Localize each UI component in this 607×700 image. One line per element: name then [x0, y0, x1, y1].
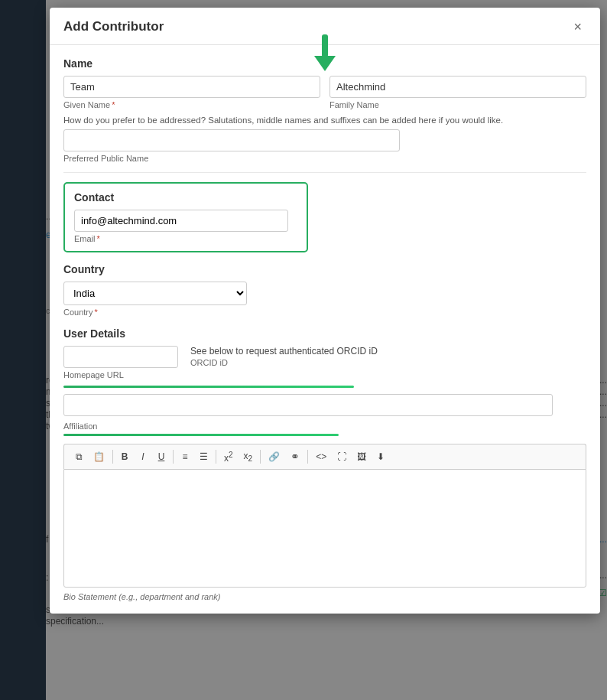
preferred-name-group: Preferred Public Name: [63, 129, 586, 163]
toolbar-divider-5: [307, 450, 308, 464]
given-name-required: *: [112, 100, 115, 109]
family-name-group: Family Name: [329, 76, 586, 109]
unordered-list-button[interactable]: ≡: [177, 448, 193, 465]
superscript-icon: x2: [224, 451, 233, 464]
bio-editor-section: ⧉ 📋 B I U ≡ ☰: [63, 444, 586, 601]
arrow-indicator: [314, 34, 336, 73]
paste-icon: 📋: [93, 451, 105, 462]
underline-button[interactable]: U: [153, 448, 170, 465]
given-name-input[interactable]: [63, 76, 320, 98]
homepage-label: Homepage URL: [63, 370, 178, 379]
orcid-id-label: ORCID iD: [190, 358, 378, 367]
fullscreen-icon: ⛶: [337, 451, 346, 462]
toolbar-divider-2: [173, 450, 174, 464]
image-icon: 🖼: [357, 451, 366, 462]
name-row: Given Name* Family Name: [63, 76, 586, 109]
bold-icon: B: [122, 451, 128, 462]
modal-header: Add Contributor ×: [50, 8, 600, 45]
country-select[interactable]: India United States United Kingdom Germa…: [63, 282, 247, 305]
user-details-label: User Details: [63, 327, 586, 340]
divider-1: [63, 172, 586, 173]
preferred-name-label: Preferred Public Name: [63, 154, 586, 163]
email-required: *: [97, 234, 100, 243]
bio-textarea[interactable]: [63, 469, 586, 588]
subscript-button[interactable]: x2: [239, 448, 258, 465]
editor-toolbar: ⧉ 📋 B I U ≡ ☰: [63, 444, 586, 469]
family-name-input[interactable]: [329, 76, 586, 98]
bold-button[interactable]: B: [116, 448, 133, 465]
affiliation-input[interactable]: [63, 394, 553, 416]
country-label: Country*: [63, 308, 586, 317]
user-details-row: Homepage URL See below to request authen…: [63, 346, 586, 379]
add-contributor-modal: Add Contributor × Name Given Name*: [50, 8, 600, 614]
fullscreen-button[interactable]: ⛶: [333, 448, 351, 465]
email-input[interactable]: [74, 210, 288, 232]
svg-rect-0: [322, 34, 328, 57]
contact-box: Contact Email*: [63, 182, 308, 252]
down-arrow-icon: [314, 34, 336, 71]
homepage-input[interactable]: [63, 346, 178, 368]
orcid-green-line: [63, 386, 354, 388]
unordered-list-icon: ≡: [182, 451, 187, 462]
name-hint: How do you prefer to be addressed? Salut…: [63, 116, 586, 125]
unlink-icon: ⚭: [291, 451, 300, 463]
subscript-icon: x2: [244, 451, 253, 463]
italic-icon: I: [141, 451, 144, 462]
family-name-label: Family Name: [329, 100, 586, 109]
email-label: Email*: [74, 234, 297, 243]
toolbar-divider-3: [216, 450, 216, 464]
italic-button[interactable]: I: [135, 448, 151, 465]
country-section: Country India United States United Kingd…: [63, 263, 586, 317]
user-details-section: User Details Homepage URL See below to r…: [63, 327, 586, 436]
code-icon: <>: [316, 451, 326, 462]
contact-label: Contact: [74, 191, 297, 203]
contact-section: Contact Email*: [63, 182, 586, 263]
preferred-name-input[interactable]: [63, 129, 400, 151]
country-section-label: Country: [63, 263, 586, 275]
affiliation-label: Affiliation: [63, 422, 586, 431]
homepage-group: Homepage URL: [63, 346, 178, 379]
ordered-list-button[interactable]: ☰: [195, 448, 213, 465]
underline-icon: U: [158, 451, 165, 462]
download-icon: ⬇: [377, 451, 385, 462]
modal-title: Add Contributor: [63, 19, 164, 34]
toolbar-divider-1: [112, 450, 113, 464]
close-button[interactable]: ×: [569, 18, 586, 35]
image-button[interactable]: 🖼: [352, 448, 371, 465]
copy-button[interactable]: ⧉: [70, 448, 87, 465]
svg-marker-1: [314, 56, 336, 71]
copy-icon: ⧉: [76, 451, 83, 462]
bio-hint: Bio Statement (e.g., department and rank…: [63, 592, 586, 601]
unlink-button[interactable]: ⚭: [286, 448, 304, 465]
superscript-button[interactable]: x2: [219, 448, 238, 465]
link-button[interactable]: 🔗: [264, 448, 284, 465]
orcid-group: See below to request authenticated ORCID…: [190, 346, 378, 367]
country-required: *: [95, 308, 98, 317]
affiliation-green-line: [63, 434, 339, 436]
download-button[interactable]: ⬇: [372, 448, 389, 465]
link-icon: 🔗: [268, 451, 280, 462]
orcid-text: See below to request authenticated ORCID…: [190, 346, 378, 357]
ordered-list-icon: ☰: [200, 451, 208, 462]
toolbar-divider-4: [260, 450, 261, 464]
modal-body: Name Given Name* Family Name How do you …: [50, 45, 600, 614]
given-name-label: Given Name*: [63, 100, 320, 109]
paste-button[interactable]: 📋: [89, 448, 109, 465]
code-button[interactable]: <>: [311, 448, 331, 465]
given-name-group: Given Name*: [63, 76, 320, 109]
